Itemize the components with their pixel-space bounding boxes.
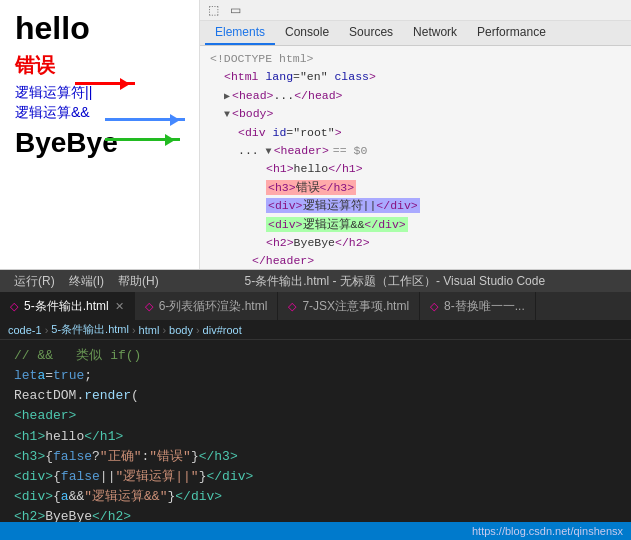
vscode-title: 5-条件输出.html - 无标题（工作区）- Visual Studio Co… bbox=[167, 273, 623, 290]
html-line-header-close: </header> bbox=[208, 252, 623, 269]
html-line-div2[interactable]: <div>逻辑运算&&</div> bbox=[208, 216, 623, 234]
tab-sources[interactable]: Sources bbox=[339, 21, 403, 45]
preview-byebye: ByeBye bbox=[15, 127, 184, 159]
device-icon[interactable]: ▭ bbox=[227, 2, 243, 18]
html-line-div1[interactable]: <div>逻辑运算符||</div> bbox=[208, 197, 623, 215]
html-line-h3[interactable]: <h3>错误</h3> bbox=[208, 179, 623, 197]
code-line-4: <header> bbox=[14, 406, 623, 426]
code-line-2: let a = true; bbox=[14, 366, 623, 386]
status-url: https://blog.csdn.net/qinshensx bbox=[472, 525, 623, 537]
vscode-tabs: ◇ 5-条件输出.html ✕ ◇ 6-列表循环渲染.html ◇ 7-JSX注… bbox=[0, 292, 631, 320]
breadcrumb-bar: code-1 › 5-条件输出.html › html › body › div… bbox=[0, 320, 631, 340]
breadcrumb-html[interactable]: html bbox=[139, 324, 160, 336]
tab-label-8: 8-替换唯一一... bbox=[444, 298, 525, 315]
html-file-icon: ◇ bbox=[10, 300, 18, 313]
arrow-red bbox=[75, 82, 135, 85]
code-line-8: <div>{ a && "逻辑运算&&"}</div> bbox=[14, 487, 623, 507]
vscode-section: 运行(R) 终端(I) 帮助(H) 5-条件输出.html - 无标题（工作区）… bbox=[0, 270, 631, 540]
devtools-html-tree: <!DOCTYPE html> <html lang="en" class> ▶… bbox=[200, 46, 631, 269]
html-line-header: ... ▼<header>== $0 bbox=[208, 142, 623, 160]
breadcrumb-file[interactable]: 5-条件输出.html bbox=[51, 322, 129, 337]
menu-help[interactable]: 帮助(H) bbox=[112, 272, 165, 291]
preview-error: 错误 bbox=[15, 52, 184, 79]
devtools-toolbar: ⬚ ▭ bbox=[200, 0, 631, 21]
vscode-menubar: 运行(R) 终端(I) 帮助(H) 5-条件输出.html - 无标题（工作区）… bbox=[0, 270, 631, 292]
html-line-div-root: <div id="root"> bbox=[208, 124, 623, 142]
html-file-icon-6: ◇ bbox=[145, 300, 153, 313]
breadcrumb-code1[interactable]: code-1 bbox=[8, 324, 42, 336]
tab-close-5[interactable]: ✕ bbox=[115, 300, 124, 313]
html-file-icon-7: ◇ bbox=[288, 300, 296, 313]
code-line-7: <div>{false || "逻辑运算||"}</div> bbox=[14, 467, 623, 487]
tab-8-replace[interactable]: ◇ 8-替换唯一一... bbox=[420, 292, 536, 320]
devtools-panel: ⬚ ▭ Elements Console Sources Network Per… bbox=[200, 0, 631, 269]
html-line-head: ▶<head>...</head> bbox=[208, 87, 623, 105]
arrow-green bbox=[105, 138, 180, 141]
tab-console[interactable]: Console bbox=[275, 21, 339, 45]
breadcrumb-div-root[interactable]: div#root bbox=[203, 324, 242, 336]
tab-elements[interactable]: Elements bbox=[205, 21, 275, 45]
menu-run[interactable]: 运行(R) bbox=[8, 272, 61, 291]
preview-hello: hello bbox=[15, 10, 184, 47]
browser-preview: hello 错误 逻辑运算符|| 逻辑运算&& ByeBye bbox=[0, 0, 200, 269]
tab-label-6: 6-列表循环渲染.html bbox=[159, 298, 268, 315]
devtools-tabs: Elements Console Sources Network Perform… bbox=[200, 21, 631, 46]
code-editor[interactable]: // && 类似 if() let a = true; ReactDOM.ren… bbox=[0, 340, 631, 522]
code-line-9: <h2>ByeBye</h2> bbox=[14, 507, 623, 522]
html-file-icon-8: ◇ bbox=[430, 300, 438, 313]
html-line-h2: <h2>ByeBye</h2> bbox=[208, 234, 623, 252]
breadcrumb-body[interactable]: body bbox=[169, 324, 193, 336]
tab-label-5: 5-条件输出.html bbox=[24, 298, 109, 315]
code-line-1: // && 类似 if() bbox=[14, 346, 623, 366]
tab-network[interactable]: Network bbox=[403, 21, 467, 45]
code-line-3: ReactDOM.render( bbox=[14, 386, 623, 406]
tab-label-7: 7-JSX注意事项.html bbox=[302, 298, 409, 315]
tab-6-list[interactable]: ◇ 6-列表循环渲染.html bbox=[135, 292, 279, 320]
html-line-h1: <h1>hello</h1> bbox=[208, 160, 623, 178]
arrow-blue bbox=[105, 118, 185, 121]
menu-terminal[interactable]: 终端(I) bbox=[63, 272, 110, 291]
tab-7-jsx[interactable]: ◇ 7-JSX注意事项.html bbox=[278, 292, 420, 320]
tab-performance[interactable]: Performance bbox=[467, 21, 556, 45]
vscode-status-bar: https://blog.csdn.net/qinshensx bbox=[0, 522, 631, 540]
code-line-5: <h1>hello</h1> bbox=[14, 427, 623, 447]
code-line-6: <h3>{false ? "正确" : "错误"}</h3> bbox=[14, 447, 623, 467]
inspect-icon[interactable]: ⬚ bbox=[205, 2, 221, 18]
html-line-doctype: <!DOCTYPE html> bbox=[208, 50, 623, 68]
preview-logic1: 逻辑运算符|| bbox=[15, 84, 184, 102]
tab-5-conditional[interactable]: ◇ 5-条件输出.html ✕ bbox=[0, 292, 135, 320]
html-line-html: <html lang="en" class> bbox=[208, 68, 623, 86]
html-line-body: ▼<body> bbox=[208, 105, 623, 123]
